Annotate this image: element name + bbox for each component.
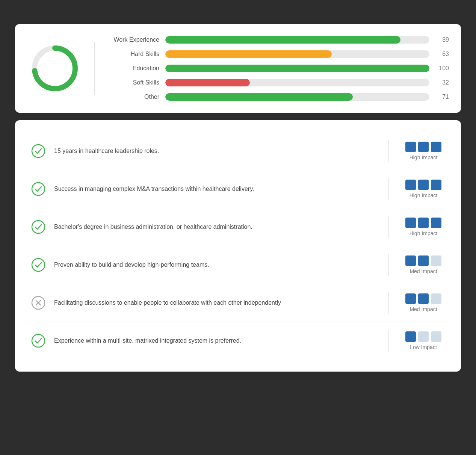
impact-dot	[431, 293, 441, 304]
item-divider	[388, 330, 389, 352]
score-card: Work Experience89Hard Skills63Education1…	[15, 24, 461, 113]
bar-row-education: Education100	[107, 65, 449, 72]
bar-label-hard-skills: Hard Skills	[107, 51, 159, 57]
donut-chart	[29, 42, 81, 95]
item-text: 15 years in healthcare leadership roles.	[54, 147, 376, 156]
item-text: Success in managing complex M&A transact…	[54, 184, 376, 193]
bar-value-hard-skills: 63	[435, 51, 449, 57]
impact-label: Med Impact	[410, 268, 437, 274]
list-item: Experience within a multi-site, matrixed…	[27, 322, 449, 360]
item-impact: Med Impact	[401, 293, 446, 312]
score-donut-section	[27, 42, 95, 95]
item-text: Experience within a multi-site, matrixed…	[54, 336, 376, 345]
svg-point-3	[32, 183, 45, 195]
impact-dot	[418, 180, 429, 190]
bar-fill-hard-skills	[165, 50, 332, 58]
list-item: Success in managing complex M&A transact…	[27, 170, 449, 208]
bar-track-education	[165, 65, 429, 72]
bar-value-work-experience: 89	[435, 36, 449, 43]
item-divider	[388, 254, 389, 276]
x-circle-icon	[30, 295, 47, 311]
item-impact: Med Impact	[401, 255, 446, 274]
check-circle-icon	[30, 333, 47, 349]
impact-dot	[418, 142, 429, 152]
check-circle-icon	[30, 181, 47, 197]
impact-dots	[405, 180, 441, 190]
item-divider	[388, 178, 389, 200]
bar-track-soft-skills	[165, 79, 429, 86]
score-bars-section: Work Experience89Hard Skills63Education1…	[107, 36, 449, 101]
impact-dot	[405, 255, 416, 266]
bar-row-hard-skills: Hard Skills63	[107, 50, 449, 58]
impact-label: Med Impact	[410, 306, 437, 312]
bar-fill-education	[165, 65, 429, 72]
impact-dot	[405, 142, 416, 152]
bar-track-other	[165, 93, 429, 101]
bar-row-work-experience: Work Experience89	[107, 36, 449, 44]
list-item: Proven ability to build and develop high…	[27, 246, 449, 284]
impact-label: High Impact	[410, 192, 438, 198]
item-divider	[388, 216, 389, 238]
check-circle-icon	[30, 219, 47, 235]
item-impact: Low Impact	[401, 331, 446, 350]
impact-dot	[418, 218, 429, 228]
bar-value-education: 100	[435, 65, 449, 72]
bar-label-other: Other	[107, 94, 159, 100]
impact-dot	[431, 331, 441, 342]
bar-fill-work-experience	[165, 36, 400, 44]
bar-row-other: Other71	[107, 93, 449, 101]
list-item: Bachelor's degree in business administra…	[27, 208, 449, 246]
bar-value-soft-skills: 32	[435, 79, 449, 86]
bar-row-soft-skills: Soft Skills32	[107, 79, 449, 86]
item-divider	[388, 140, 389, 162]
check-circle-icon	[30, 257, 47, 273]
impact-dot	[405, 331, 416, 342]
item-text: Proven ability to build and develop high…	[54, 260, 376, 269]
impact-dot	[418, 331, 429, 342]
impact-dot	[431, 255, 441, 266]
svg-point-7	[32, 334, 45, 347]
impact-dot	[431, 180, 441, 190]
impact-dot	[405, 218, 416, 228]
bar-value-other: 71	[435, 94, 449, 100]
impact-label: High Impact	[410, 154, 438, 160]
impact-dots	[405, 142, 441, 152]
bar-track-work-experience	[165, 36, 429, 44]
item-text: Bachelor's degree in business administra…	[54, 222, 376, 231]
impact-dots	[405, 218, 441, 228]
item-impact: High Impact	[401, 218, 446, 236]
impact-dots	[405, 255, 441, 266]
bar-fill-soft-skills	[165, 79, 250, 86]
bar-fill-other	[165, 93, 353, 101]
check-circle-icon	[30, 143, 47, 159]
item-divider	[388, 292, 389, 314]
svg-point-4	[32, 221, 45, 233]
impact-label: High Impact	[410, 230, 438, 236]
item-impact: High Impact	[401, 180, 446, 198]
bar-label-work-experience: Work Experience	[107, 36, 159, 43]
bar-track-hard-skills	[165, 50, 429, 58]
impact-dot	[405, 180, 416, 190]
item-impact: High Impact	[401, 142, 446, 160]
item-text: Facilitating discussions to enable peopl…	[54, 298, 376, 307]
impact-dot	[405, 293, 416, 304]
impact-dots	[405, 331, 441, 342]
impact-dots	[405, 293, 441, 304]
impact-dot	[431, 218, 441, 228]
svg-point-2	[32, 145, 45, 157]
svg-point-5	[32, 258, 45, 271]
items-card: 15 years in healthcare leadership roles.…	[15, 120, 461, 372]
impact-dot	[418, 255, 429, 266]
impact-dot	[431, 142, 441, 152]
bar-label-soft-skills: Soft Skills	[107, 79, 159, 86]
impact-label: Low Impact	[410, 344, 437, 350]
bar-label-education: Education	[107, 65, 159, 72]
list-item: 15 years in healthcare leadership roles.…	[27, 132, 449, 170]
list-item: Facilitating discussions to enable peopl…	[27, 284, 449, 322]
impact-dot	[418, 293, 429, 304]
